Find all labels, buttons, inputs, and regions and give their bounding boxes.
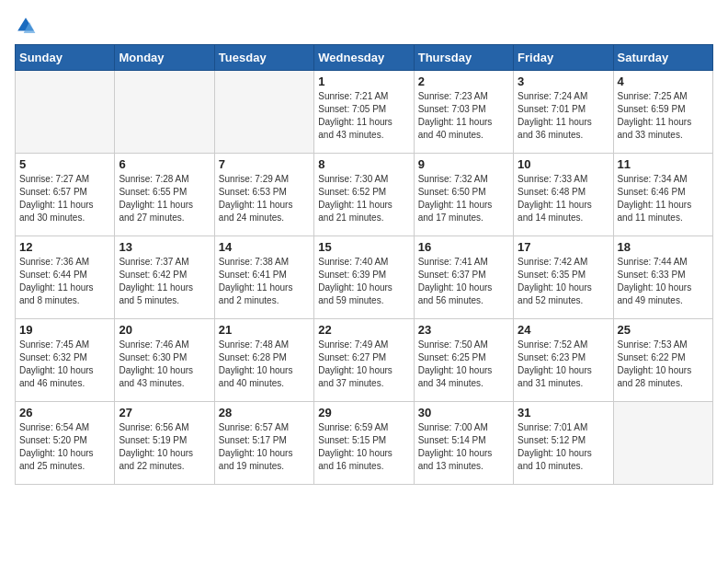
calendar-cell: 2Sunrise: 7:23 AM Sunset: 7:03 PM Daylig… (414, 71, 513, 154)
day-info: Sunrise: 6:57 AM Sunset: 5:17 PM Dayligh… (219, 421, 310, 473)
day-info: Sunrise: 7:44 AM Sunset: 6:33 PM Dayligh… (618, 256, 709, 307)
calendar-cell: 23Sunrise: 7:50 AM Sunset: 6:25 PM Dayli… (414, 319, 513, 402)
calendar-cell: 1Sunrise: 7:21 AM Sunset: 7:05 PM Daylig… (314, 71, 414, 154)
day-info: Sunrise: 7:27 AM Sunset: 6:57 PM Dayligh… (19, 173, 110, 224)
calendar-cell: 14Sunrise: 7:38 AM Sunset: 6:41 PM Dayli… (214, 236, 313, 319)
logo (15, 15, 40, 37)
calendar-cell: 8Sunrise: 7:30 AM Sunset: 6:52 PM Daylig… (314, 154, 414, 236)
calendar-cell: 13Sunrise: 7:37 AM Sunset: 6:42 PM Dayli… (115, 236, 214, 319)
weekday-saturday: Saturday (613, 45, 712, 71)
day-info: Sunrise: 7:30 AM Sunset: 6:52 PM Dayligh… (318, 173, 409, 224)
calendar-cell: 16Sunrise: 7:41 AM Sunset: 6:37 PM Dayli… (414, 236, 513, 319)
calendar-cell: 19Sunrise: 7:45 AM Sunset: 6:32 PM Dayli… (16, 319, 115, 402)
day-info: Sunrise: 7:53 AM Sunset: 6:22 PM Dayligh… (618, 339, 709, 390)
weekday-tuesday: Tuesday (214, 45, 313, 71)
weekday-monday: Monday (115, 45, 214, 71)
day-info: Sunrise: 7:45 AM Sunset: 6:32 PM Dayligh… (19, 339, 110, 390)
calendar-cell: 20Sunrise: 7:46 AM Sunset: 6:30 PM Dayli… (115, 319, 214, 402)
calendar-cell: 31Sunrise: 7:01 AM Sunset: 5:12 PM Dayli… (514, 402, 613, 485)
weekday-thursday: Thursday (414, 45, 513, 71)
calendar-cell: 3Sunrise: 7:24 AM Sunset: 7:01 PM Daylig… (514, 71, 613, 154)
calendar-cell: 6Sunrise: 7:28 AM Sunset: 6:55 PM Daylig… (115, 154, 214, 236)
day-number: 15 (318, 240, 409, 254)
calendar-cell: 21Sunrise: 7:48 AM Sunset: 6:28 PM Dayli… (214, 319, 313, 402)
calendar-cell: 22Sunrise: 7:49 AM Sunset: 6:27 PM Dayli… (314, 319, 414, 402)
calendar-cell: 15Sunrise: 7:40 AM Sunset: 6:39 PM Dayli… (314, 236, 414, 319)
day-info: Sunrise: 7:01 AM Sunset: 5:12 PM Dayligh… (518, 421, 609, 473)
day-number: 29 (318, 406, 409, 419)
calendar-cell: 24Sunrise: 7:52 AM Sunset: 6:23 PM Dayli… (514, 319, 613, 402)
day-info: Sunrise: 7:50 AM Sunset: 6:25 PM Dayligh… (418, 339, 509, 390)
day-number: 7 (219, 157, 310, 171)
logo-icon (15, 15, 37, 37)
day-info: Sunrise: 6:56 AM Sunset: 5:19 PM Dayligh… (119, 421, 210, 473)
day-number: 6 (119, 157, 210, 171)
day-number: 31 (518, 406, 609, 419)
day-info: Sunrise: 7:33 AM Sunset: 6:48 PM Dayligh… (518, 173, 609, 224)
day-number: 2 (418, 75, 509, 88)
day-info: Sunrise: 7:32 AM Sunset: 6:50 PM Dayligh… (418, 173, 509, 224)
calendar-cell: 11Sunrise: 7:34 AM Sunset: 6:46 PM Dayli… (613, 154, 712, 236)
week-row-4: 19Sunrise: 7:45 AM Sunset: 6:32 PM Dayli… (16, 319, 713, 402)
calendar-cell (214, 71, 313, 154)
weekday-header-row: SundayMondayTuesdayWednesdayThursdayFrid… (16, 45, 713, 71)
day-number: 11 (618, 157, 709, 171)
day-number: 5 (19, 157, 110, 171)
day-number: 30 (418, 406, 509, 419)
day-info: Sunrise: 7:25 AM Sunset: 6:59 PM Dayligh… (618, 90, 709, 142)
calendar-cell: 26Sunrise: 6:54 AM Sunset: 5:20 PM Dayli… (16, 402, 115, 485)
day-info: Sunrise: 7:23 AM Sunset: 7:03 PM Dayligh… (418, 90, 509, 142)
day-number: 18 (618, 240, 709, 254)
day-number: 1 (318, 75, 409, 88)
day-number: 12 (19, 240, 110, 254)
calendar-cell: 28Sunrise: 6:57 AM Sunset: 5:17 PM Dayli… (214, 402, 313, 485)
weekday-wednesday: Wednesday (314, 45, 414, 71)
calendar-cell (613, 402, 712, 485)
day-info: Sunrise: 7:37 AM Sunset: 6:42 PM Dayligh… (119, 256, 210, 307)
calendar-cell: 9Sunrise: 7:32 AM Sunset: 6:50 PM Daylig… (414, 154, 513, 236)
day-number: 8 (318, 157, 409, 171)
day-info: Sunrise: 7:28 AM Sunset: 6:55 PM Dayligh… (119, 173, 210, 224)
calendar-cell: 18Sunrise: 7:44 AM Sunset: 6:33 PM Dayli… (613, 236, 712, 319)
day-number: 23 (418, 323, 509, 337)
day-info: Sunrise: 6:59 AM Sunset: 5:15 PM Dayligh… (318, 421, 409, 473)
week-row-1: 1Sunrise: 7:21 AM Sunset: 7:05 PM Daylig… (16, 71, 713, 154)
day-info: Sunrise: 7:48 AM Sunset: 6:28 PM Dayligh… (219, 339, 310, 390)
day-info: Sunrise: 7:36 AM Sunset: 6:44 PM Dayligh… (19, 256, 110, 307)
day-info: Sunrise: 7:34 AM Sunset: 6:46 PM Dayligh… (618, 173, 709, 224)
weekday-friday: Friday (514, 45, 613, 71)
day-number: 17 (518, 240, 609, 254)
day-info: Sunrise: 7:21 AM Sunset: 7:05 PM Dayligh… (318, 90, 409, 142)
day-number: 4 (618, 75, 709, 88)
calendar-cell: 27Sunrise: 6:56 AM Sunset: 5:19 PM Dayli… (115, 402, 214, 485)
calendar-table: SundayMondayTuesdayWednesdayThursdayFrid… (15, 44, 713, 485)
day-info: Sunrise: 7:41 AM Sunset: 6:37 PM Dayligh… (418, 256, 509, 307)
day-info: Sunrise: 7:42 AM Sunset: 6:35 PM Dayligh… (518, 256, 609, 307)
week-row-2: 5Sunrise: 7:27 AM Sunset: 6:57 PM Daylig… (16, 154, 713, 236)
day-info: Sunrise: 7:00 AM Sunset: 5:14 PM Dayligh… (418, 421, 509, 473)
calendar-cell (16, 71, 115, 154)
calendar-cell (115, 71, 214, 154)
calendar-cell: 10Sunrise: 7:33 AM Sunset: 6:48 PM Dayli… (514, 154, 613, 236)
calendar-cell: 30Sunrise: 7:00 AM Sunset: 5:14 PM Dayli… (414, 402, 513, 485)
day-info: Sunrise: 7:46 AM Sunset: 6:30 PM Dayligh… (119, 339, 210, 390)
day-number: 20 (119, 323, 210, 337)
day-info: Sunrise: 6:54 AM Sunset: 5:20 PM Dayligh… (19, 421, 110, 473)
day-number: 24 (518, 323, 609, 337)
day-number: 9 (418, 157, 509, 171)
day-info: Sunrise: 7:29 AM Sunset: 6:53 PM Dayligh… (219, 173, 310, 224)
day-number: 10 (518, 157, 609, 171)
week-row-3: 12Sunrise: 7:36 AM Sunset: 6:44 PM Dayli… (16, 236, 713, 319)
day-number: 3 (518, 75, 609, 88)
day-number: 22 (318, 323, 409, 337)
day-info: Sunrise: 7:40 AM Sunset: 6:39 PM Dayligh… (318, 256, 409, 307)
day-info: Sunrise: 7:49 AM Sunset: 6:27 PM Dayligh… (318, 339, 409, 390)
week-row-5: 26Sunrise: 6:54 AM Sunset: 5:20 PM Dayli… (16, 402, 713, 485)
day-number: 14 (219, 240, 310, 254)
day-number: 13 (119, 240, 210, 254)
day-info: Sunrise: 7:38 AM Sunset: 6:41 PM Dayligh… (219, 256, 310, 307)
calendar-cell: 12Sunrise: 7:36 AM Sunset: 6:44 PM Dayli… (16, 236, 115, 319)
day-number: 21 (219, 323, 310, 337)
day-number: 26 (19, 406, 110, 419)
calendar-cell: 4Sunrise: 7:25 AM Sunset: 6:59 PM Daylig… (613, 71, 712, 154)
